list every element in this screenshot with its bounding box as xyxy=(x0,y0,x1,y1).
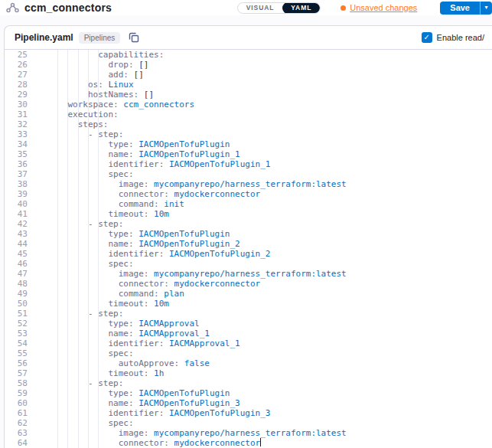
code-text: spec: xyxy=(40,259,134,269)
line-number[interactable]: 48 xyxy=(5,279,40,289)
code-line[interactable]: 49command: plan xyxy=(5,289,492,299)
unsaved-changes-link[interactable]: Unsaved changes xyxy=(340,3,417,12)
line-number[interactable]: 50 xyxy=(5,299,40,309)
line-number[interactable]: 37 xyxy=(5,169,40,179)
line-number[interactable]: 39 xyxy=(5,189,40,199)
line-number[interactable]: 63 xyxy=(5,428,40,438)
code-line[interactable]: 50timeout: 10m xyxy=(5,299,492,309)
line-number[interactable]: 54 xyxy=(5,338,40,348)
code-line[interactable]: 25capabilities: xyxy=(5,50,492,60)
code-line[interactable]: 63image: mycompanyrepo/harness_terraform… xyxy=(5,428,492,438)
code-text: workspace: ccm_connectors xyxy=(40,100,194,110)
code-text: type: IACMOpenTofuPlugin xyxy=(40,229,230,239)
code-line[interactable]: 27add: [] xyxy=(5,70,492,80)
code-line[interactable]: 43type: IACMOpenTofuPlugin xyxy=(5,229,492,239)
line-number[interactable]: 36 xyxy=(5,159,40,169)
line-number[interactable]: 40 xyxy=(5,199,40,209)
line-number[interactable]: 26 xyxy=(5,60,40,70)
code-line[interactable]: 28os: Linux xyxy=(5,80,492,90)
yaml-toggle-button[interactable]: YAML xyxy=(282,2,320,14)
line-number[interactable]: 34 xyxy=(5,139,40,149)
code-line[interactable]: 37spec: xyxy=(5,169,492,179)
code-line[interactable]: 38image: mycompanyrepo/harness_terraform… xyxy=(5,179,492,189)
line-number[interactable]: 46 xyxy=(5,259,40,269)
line-number[interactable]: 56 xyxy=(5,358,40,368)
line-number[interactable]: 53 xyxy=(5,329,40,338)
code-line[interactable]: 53name: IACMApproval_1 xyxy=(5,329,492,338)
line-number[interactable]: 52 xyxy=(5,319,40,329)
code-line[interactable]: 51- step: xyxy=(5,309,492,319)
code-text: connector: mydockerconnector xyxy=(40,279,260,289)
copy-icon xyxy=(129,32,139,43)
code-line[interactable]: 33- step: xyxy=(5,129,492,139)
code-line[interactable]: 56autoApprove: false xyxy=(5,358,492,368)
code-line[interactable]: 46spec: xyxy=(5,259,492,269)
line-number[interactable]: 58 xyxy=(5,378,40,388)
enable-read-checkbox[interactable]: ✓ xyxy=(422,32,432,43)
code-text: - step: xyxy=(40,219,123,229)
line-number[interactable]: 27 xyxy=(5,70,40,80)
line-number[interactable]: 28 xyxy=(5,80,40,90)
line-number[interactable]: 44 xyxy=(5,239,40,249)
code-line[interactable]: 36identifier: IACMOpenTofuPlugin_1 xyxy=(5,159,492,169)
line-number[interactable]: 25 xyxy=(5,50,40,60)
yaml-editor[interactable]: 25capabilities:26drop: []27add: []28os: … xyxy=(5,50,492,448)
code-line[interactable]: 26drop: [] xyxy=(5,60,492,70)
code-line[interactable]: 57timeout: 1h xyxy=(5,368,492,378)
code-text: name: IACMOpenTofuPlugin_1 xyxy=(40,149,240,159)
line-number[interactable]: 59 xyxy=(5,388,40,398)
line-number[interactable]: 29 xyxy=(5,90,40,100)
code-line[interactable]: 39connector: mydockerconnector xyxy=(5,189,492,199)
code-line[interactable]: 41timeout: 10m xyxy=(5,209,492,219)
code-line[interactable]: 61identifier: IACMOpenTofuPlugin_3 xyxy=(5,408,492,418)
code-line[interactable]: 54identifier: IACMApproval_1 xyxy=(5,338,492,348)
code-line[interactable]: 31execution: xyxy=(5,110,492,119)
code-line[interactable]: 30workspace: ccm_connectors xyxy=(5,100,492,110)
code-line[interactable]: 47image: mycompanyrepo/harness_terraform… xyxy=(5,269,492,279)
line-number[interactable]: 49 xyxy=(5,289,40,299)
code-line[interactable]: 35name: IACMOpenTofuPlugin_1 xyxy=(5,149,492,159)
line-number[interactable]: 45 xyxy=(5,249,40,259)
code-line[interactable]: 55spec: xyxy=(5,348,492,358)
line-number[interactable]: 31 xyxy=(5,110,40,119)
code-line[interactable]: 32steps: xyxy=(5,119,492,129)
line-number[interactable]: 33 xyxy=(5,129,40,139)
code-line[interactable]: 42- step: xyxy=(5,219,492,229)
code-line[interactable]: 52type: IACMApproval xyxy=(5,319,492,329)
code-line[interactable]: 40command: init xyxy=(5,199,492,209)
code-line[interactable]: 34type: IACMOpenTofuPlugin xyxy=(5,139,492,149)
line-number[interactable]: 30 xyxy=(5,100,40,110)
line-number[interactable]: 62 xyxy=(5,418,40,428)
visual-toggle-button[interactable]: VISUAL xyxy=(238,2,283,14)
code-text: spec: xyxy=(40,348,134,358)
save-button[interactable]: Save xyxy=(440,2,480,15)
code-line[interactable]: 44name: IACMOpenTofuPlugin_2 xyxy=(5,239,492,249)
code-line[interactable]: 29hostNames: [] xyxy=(5,90,492,100)
line-number[interactable]: 41 xyxy=(5,209,40,219)
line-number[interactable]: 35 xyxy=(5,149,40,159)
code-line[interactable]: 60name: IACMOpenTofuPlugin_3 xyxy=(5,398,492,408)
line-number[interactable]: 61 xyxy=(5,408,40,418)
code-text: spec: xyxy=(40,169,134,179)
line-number[interactable]: 55 xyxy=(5,348,40,358)
line-number[interactable]: 60 xyxy=(5,398,40,408)
copy-yaml-button[interactable] xyxy=(129,32,139,43)
line-number[interactable]: 64 xyxy=(5,438,40,448)
line-number[interactable]: 38 xyxy=(5,179,40,189)
code-line[interactable]: 45identifier: IACMOpenTofuPlugin_2 xyxy=(5,249,492,259)
line-number[interactable]: 51 xyxy=(5,309,40,319)
save-options-button[interactable]: ▾ xyxy=(480,2,492,15)
line-number[interactable]: 32 xyxy=(5,119,40,129)
code-line[interactable]: 62spec: xyxy=(5,418,492,428)
line-number[interactable]: 43 xyxy=(5,229,40,239)
line-number[interactable]: 57 xyxy=(5,368,40,378)
code-text: command: plan xyxy=(40,289,184,299)
yaml-filename: Pipeline.yaml xyxy=(15,32,73,43)
line-number[interactable]: 42 xyxy=(5,219,40,229)
line-number[interactable]: 47 xyxy=(5,269,40,279)
enable-read-toggle[interactable]: ✓ Enable read/ xyxy=(422,32,484,43)
code-line[interactable]: 48connector: mydockerconnector xyxy=(5,279,492,289)
code-line[interactable]: 64connector: mydockerconnector xyxy=(5,438,492,448)
code-line[interactable]: 58- step: xyxy=(5,378,492,388)
code-line[interactable]: 59type: IACMOpenTofuPlugin xyxy=(5,388,492,398)
